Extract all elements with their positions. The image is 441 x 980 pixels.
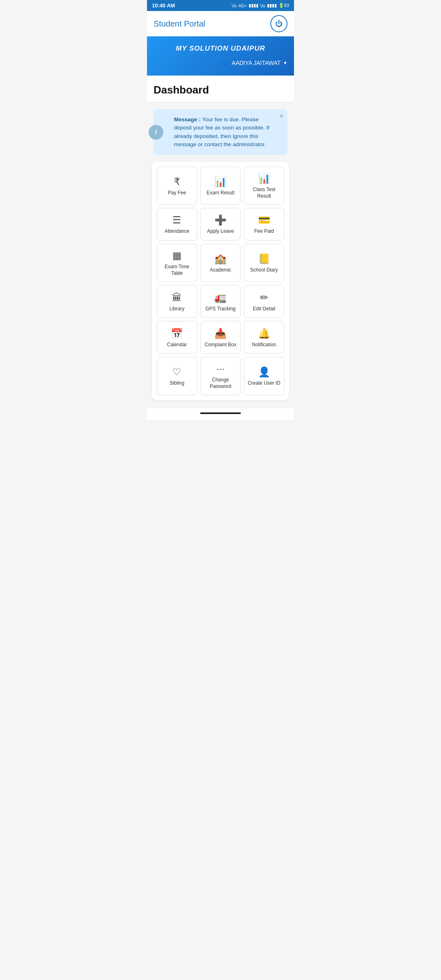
sibling-label: Sibling: [169, 380, 184, 387]
create-user-id-icon: 👤: [258, 367, 270, 377]
info-icon: i: [149, 125, 163, 140]
grid-item-academic[interactable]: 🏫Academic: [200, 244, 241, 282]
grid-item-create-user-id[interactable]: 👤Create User ID: [244, 357, 284, 395]
grid-item-attendance[interactable]: ☰Attendance: [157, 208, 197, 241]
banner: MY SOLUTION UDAIPUR 👤 AADIYA JAITAWAT ▼: [147, 36, 294, 76]
close-message-button[interactable]: ×: [280, 113, 283, 120]
grid-item-gps-tracking[interactable]: 🚛GPS Tracking: [200, 285, 241, 318]
grid-item-complaint-box[interactable]: 📥Complaint Box: [200, 321, 241, 354]
grid-item-sibling[interactable]: ♡Sibling: [157, 357, 197, 395]
exam-result-icon: 📊: [214, 177, 227, 187]
battery-icon: 🔋83: [278, 3, 289, 8]
pay-fee-icon: ₹: [174, 177, 180, 187]
grid-item-notification[interactable]: 🔔Notification: [244, 321, 284, 354]
gps-tracking-label: GPS Tracking: [205, 306, 236, 312]
network-type: 4G+: [238, 3, 247, 8]
power-button[interactable]: ⏻: [270, 15, 287, 32]
grid-item-calendar[interactable]: 📅Calendar: [157, 321, 197, 354]
message-card: i × Message : Your fee is due. Please de…: [154, 109, 287, 155]
signal-icon: Vo: [232, 3, 237, 8]
complaint-box-label: Complaint Box: [205, 342, 236, 348]
attendance-icon: ☰: [172, 215, 181, 225]
calendar-label: Calendar: [167, 342, 187, 348]
library-label: Library: [169, 306, 185, 312]
chevron-down-icon: ▼: [283, 60, 287, 65]
dashboard-heading: Dashboard: [147, 76, 294, 102]
home-indicator: [200, 412, 241, 414]
message-text: Message : Your fee is due. Please deposi…: [174, 116, 273, 149]
school-diary-icon: 📒: [258, 254, 270, 264]
grid-item-exam-time-table[interactable]: ▦Exam Time Table: [157, 244, 197, 282]
sibling-icon: ♡: [172, 367, 181, 377]
fee-paid-icon: 💳: [258, 215, 270, 225]
grid-item-change-password[interactable]: ···Change Password: [200, 357, 241, 395]
grid-item-fee-paid[interactable]: 💳Fee Paid: [244, 208, 284, 241]
academic-label: Academic: [210, 267, 232, 274]
user-name: AADIYA JAITAWAT: [232, 60, 281, 66]
app-header: Student Portal ⏻: [147, 11, 294, 36]
pay-fee-label: Pay Fee: [168, 190, 186, 196]
library-icon: 🏛: [172, 293, 182, 303]
grid-item-school-diary[interactable]: 📒School Diary: [244, 244, 284, 282]
notification-label: Notification: [252, 342, 276, 348]
class-test-result-icon: 📊: [258, 174, 270, 183]
dashboard-grid: ₹Pay Fee📊Exam Result📊Class Test Result☰A…: [157, 167, 284, 395]
edit-detail-icon: ✏: [260, 293, 268, 303]
status-time: 10:40 AM: [152, 2, 175, 9]
apply-leave-label: Apply Leave: [207, 228, 234, 235]
message-prefix: Message :: [174, 116, 200, 122]
gps-tracking-icon: 🚛: [214, 293, 227, 303]
calendar-icon: 📅: [171, 329, 183, 339]
app-title: Student Portal: [154, 19, 205, 29]
grid-container: ₹Pay Fee📊Exam Result📊Class Test Result☰A…: [152, 162, 289, 400]
grid-item-pay-fee[interactable]: ₹Pay Fee: [157, 167, 197, 205]
edit-detail-label: Edit Detail: [253, 306, 275, 312]
grid-item-exam-result[interactable]: 📊Exam Result: [200, 167, 241, 205]
grid-item-library[interactable]: 🏛Library: [157, 285, 197, 318]
signal-bars-icon: ▮▮▮▮: [249, 3, 258, 8]
bottom-bar: [147, 408, 294, 420]
status-bar: 10:40 AM Vo 4G+ ▮▮▮▮ Vo ▮▮▮▮ 🔋83: [147, 0, 294, 11]
signal-icon-2: Vo: [260, 3, 265, 8]
notification-icon: 🔔: [258, 329, 270, 339]
attendance-label: Attendance: [165, 228, 189, 235]
change-password-icon: ···: [216, 364, 225, 374]
create-user-id-label: Create User ID: [248, 380, 281, 387]
grid-item-apply-leave[interactable]: ➕Apply Leave: [200, 208, 241, 241]
user-avatar-icon: 👤: [220, 58, 229, 67]
power-icon: ⏻: [275, 20, 283, 28]
signal-bars-icon-2: ▮▮▮▮: [267, 3, 277, 8]
apply-leave-icon: ➕: [214, 215, 227, 225]
class-test-result-label: Class Test Result: [247, 187, 281, 199]
school-diary-label: School Diary: [250, 267, 278, 274]
exam-result-label: Exam Result: [207, 190, 234, 196]
grid-item-class-test-result[interactable]: 📊Class Test Result: [244, 167, 284, 205]
status-icons: Vo 4G+ ▮▮▮▮ Vo ▮▮▮▮ 🔋83: [232, 3, 289, 8]
fee-paid-label: Fee Paid: [254, 228, 274, 235]
grid-item-edit-detail[interactable]: ✏Edit Detail: [244, 285, 284, 318]
user-info[interactable]: 👤 AADIYA JAITAWAT ▼: [154, 58, 287, 67]
change-password-label: Change Password: [204, 377, 237, 390]
exam-time-table-label: Exam Time Table: [160, 264, 194, 276]
banner-title: MY SOLUTION UDAIPUR: [154, 45, 287, 53]
exam-time-table-icon: ▦: [172, 251, 182, 261]
academic-icon: 🏫: [214, 254, 227, 264]
complaint-box-icon: 📥: [214, 329, 227, 339]
